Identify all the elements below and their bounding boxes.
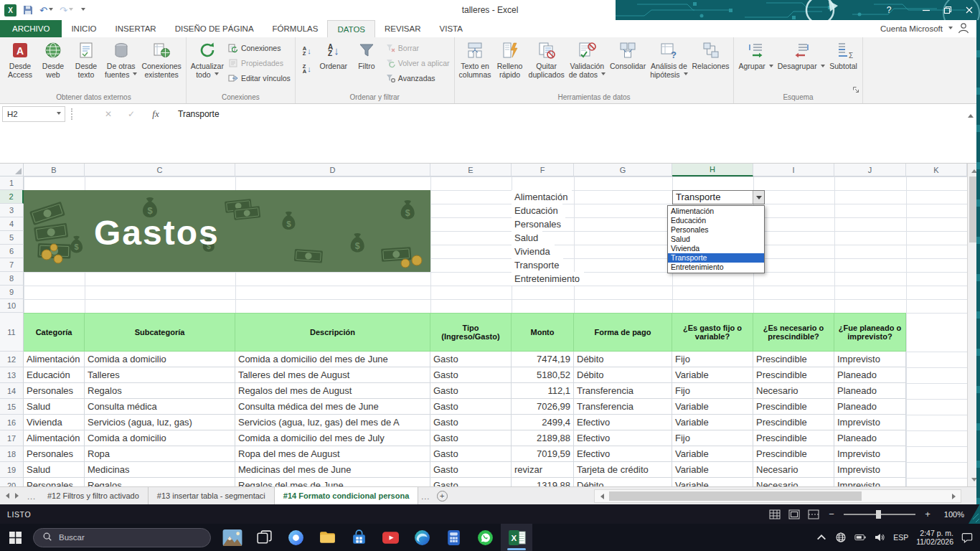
column-header-f[interactable]: F: [512, 164, 574, 176]
from-text-button[interactable]: Desdetexto: [70, 39, 103, 89]
cell-j20[interactable]: Imprevisto: [834, 478, 906, 486]
taskbar-search[interactable]: Buscar: [33, 528, 211, 547]
row-header-12[interactable]: 12: [0, 352, 24, 367]
cell-d19[interactable]: Medicinas del mes de June: [235, 462, 430, 478]
cell-b14[interactable]: Personales: [24, 383, 85, 399]
edit-links-button[interactable]: Editar vínculos: [226, 72, 293, 85]
row-header-8[interactable]: 8: [0, 272, 24, 286]
table-header-es-gasto-fijo-o-variable[interactable]: ¿Es gasto fijo o variable?: [672, 313, 753, 352]
formula-input[interactable]: Transporte: [178, 106, 948, 122]
file-explorer-taskbar-icon[interactable]: [311, 524, 343, 551]
cell-f13[interactable]: 5180,52: [512, 367, 574, 383]
zoom-slider-thumb[interactable]: [876, 510, 881, 519]
row-header-15[interactable]: 15: [0, 399, 24, 415]
whatsapp-taskbar-icon[interactable]: [469, 524, 501, 551]
cell-f6[interactable]: Vivienda: [512, 245, 555, 258]
cell-c15[interactable]: Consulta médica: [85, 399, 235, 415]
cell-f14[interactable]: 112,1: [512, 383, 574, 399]
cell-c16[interactable]: Servicios (agua, luz, gas): [85, 415, 235, 430]
cell-g12[interactable]: Débito: [574, 352, 672, 367]
language-indicator[interactable]: ESP: [893, 533, 908, 542]
subtotal-button[interactable]: ΣSubtotal: [827, 39, 860, 89]
volume-icon[interactable]: [874, 532, 885, 543]
consolidate-button[interactable]: Consolidar: [608, 39, 648, 89]
cell-b17[interactable]: Alimentación: [24, 430, 85, 446]
cell-g14[interactable]: Transferencia: [574, 383, 672, 399]
cell-e18[interactable]: Gasto: [430, 446, 512, 462]
row-header-10[interactable]: 10: [0, 299, 24, 313]
row-header-11[interactable]: 11: [0, 313, 24, 352]
page-layout-view-icon[interactable]: [788, 509, 800, 519]
combobox-dropdown-icon[interactable]: [753, 191, 764, 204]
remove-duplicates-button[interactable]: Quitarduplicados: [527, 39, 567, 89]
column-header-j[interactable]: J: [834, 164, 906, 176]
cell-h19[interactable]: Variable: [672, 462, 753, 478]
cell-i18[interactable]: Prescindible: [753, 446, 834, 462]
cell-h20[interactable]: Variable: [672, 478, 753, 486]
cell-b15[interactable]: Salud: [24, 399, 85, 415]
tab-revisar[interactable]: REVISAR: [375, 20, 430, 37]
cell-b16[interactable]: Vivienda: [24, 415, 85, 430]
advanced-filter-button[interactable]: Avanzadas: [383, 72, 452, 85]
qat-customize-icon[interactable]: [80, 8, 85, 13]
cell-f3[interactable]: Educación: [512, 204, 562, 217]
cancel-icon[interactable]: ✕: [99, 106, 118, 122]
zoom-in-icon[interactable]: +: [923, 509, 932, 519]
undo-icon[interactable]: ↶: [39, 5, 53, 16]
connections-button[interactable]: Conexiones: [226, 42, 293, 55]
cell-c14[interactable]: Regalos: [85, 383, 235, 399]
tab-inicio[interactable]: INICIO: [62, 20, 105, 37]
cell-h12[interactable]: Fijo: [672, 352, 753, 367]
tab-insertar[interactable]: INSERTAR: [106, 20, 166, 37]
cell-i16[interactable]: Prescindible: [753, 415, 834, 430]
column-header-e[interactable]: E: [430, 164, 512, 176]
cell-j19[interactable]: Imprevisto: [834, 462, 906, 478]
filter-button[interactable]: Filtro: [350, 39, 383, 89]
zoom-out-icon[interactable]: −: [827, 509, 836, 519]
maximize-icon[interactable]: [937, 0, 958, 20]
properties-button[interactable]: Propiedades: [226, 57, 293, 70]
minimize-icon[interactable]: [915, 0, 937, 20]
cell-c12[interactable]: Comida a domicilio: [85, 352, 235, 367]
sheet-tab-12-filtros-y-filtro-activa[interactable]: #12 Filtros y filtro activado: [39, 487, 149, 504]
calculator-taskbar-icon[interactable]: [438, 524, 469, 551]
cell-h17[interactable]: Fijo: [672, 430, 753, 446]
row-header-7[interactable]: 7: [0, 258, 24, 272]
cell-c19[interactable]: Medicinas: [85, 462, 235, 478]
cell-d15[interactable]: Consulta médica del mes de June: [235, 399, 430, 415]
existing-connections-button[interactable]: Conexionesexistentes: [139, 39, 183, 89]
ungroup-button[interactable]: Desagrupar: [776, 39, 827, 89]
table-header-tipo-ingreso-gasto[interactable]: Tipo (Ingreso/Gasto): [430, 313, 512, 352]
scroll-left-icon[interactable]: [595, 494, 606, 499]
cell-g19[interactable]: Tarjeta de crédito: [574, 462, 672, 478]
cell-h14[interactable]: Fijo: [672, 383, 753, 399]
sheet-tab-14-formato-condicional-per[interactable]: #14 Formato condicional persona: [275, 487, 418, 504]
edge-taskbar-icon[interactable]: [406, 524, 438, 551]
sheet-tab-13-insertar-tabla-segmenta[interactable]: #13 insertar tabla - segmentaci: [149, 487, 275, 504]
cell-e17[interactable]: Gasto: [430, 430, 512, 446]
column-header-h[interactable]: H: [672, 164, 753, 176]
cell-e13[interactable]: Gasto: [430, 367, 512, 383]
cell-g15[interactable]: Transferencia: [574, 399, 672, 415]
cell-b13[interactable]: Educación: [24, 367, 85, 383]
dropdown-option-personales[interactable]: Personales: [668, 225, 764, 235]
row-header-16[interactable]: 16: [0, 415, 24, 430]
network-icon[interactable]: [835, 532, 847, 543]
cell-g13[interactable]: Débito: [574, 367, 672, 383]
cell-h2-combobox[interactable]: Transporte: [672, 190, 765, 204]
table-header-subcategoria[interactable]: Subcategoría: [85, 313, 235, 352]
refresh-all-button[interactable]: Actualizartodo: [189, 39, 226, 89]
table-header-forma-de-pago[interactable]: Forma de pago: [574, 313, 672, 352]
row-header-18[interactable]: 18: [0, 446, 24, 462]
dialog-launcher-icon[interactable]: [852, 83, 861, 92]
cell-h16[interactable]: Variable: [672, 415, 753, 430]
cell-f17[interactable]: 2189,88: [512, 430, 574, 446]
cell-f8[interactable]: Entretenimiento: [512, 272, 584, 286]
insert-function-icon[interactable]: fx: [146, 106, 165, 122]
cell-d20[interactable]: Regalos del mes de June: [235, 478, 430, 486]
data-validation-button[interactable]: Validaciónde datos: [567, 39, 608, 89]
cell-j17[interactable]: Planeado: [834, 430, 906, 446]
cell-f4[interactable]: Personales: [512, 217, 565, 231]
cell-g17[interactable]: Efectivo: [574, 430, 672, 446]
cell-j14[interactable]: Planeado: [834, 383, 906, 399]
